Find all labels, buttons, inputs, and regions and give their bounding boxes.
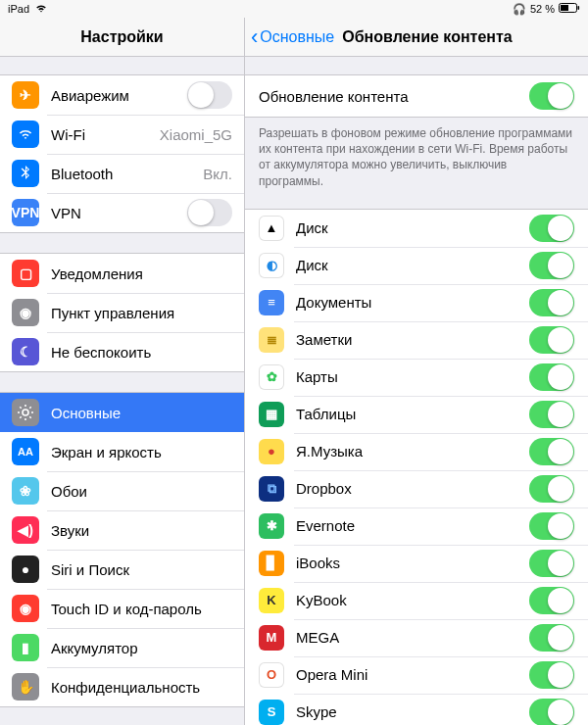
sidebar-item-controlcenter[interactable]: ◉Пункт управления — [0, 293, 244, 332]
sidebar-item-wallpaper[interactable]: ❀Обои — [0, 471, 244, 510]
sidebar-scroll[interactable]: ✈АвиарежимWi-FiXiaomi_5GBluetoothВкл.VPN… — [0, 57, 244, 725]
display-icon: AA — [12, 438, 39, 465]
background-refresh-description: Разрешать в фоновом режиме обновление пр… — [245, 118, 588, 189]
sidebar-item-value: Вкл. — [203, 166, 232, 182]
background-refresh-switch[interactable] — [529, 82, 574, 110]
sidebar-item-notifications[interactable]: ▢Уведомления — [0, 254, 244, 293]
sidebar-item-label: Основные — [51, 405, 232, 421]
app-icon: ▊ — [259, 551, 284, 576]
app-row: OOpera Mini — [245, 656, 588, 694]
sidebar-title: Настройки — [0, 28, 244, 46]
svg-point-3 — [23, 410, 28, 415]
vpn-switch[interactable] — [187, 199, 232, 226]
sidebar-item-battery[interactable]: ▮Аккумулятор — [0, 628, 244, 667]
app-icon: ● — [259, 439, 284, 464]
sidebar-item-label: Звуки — [51, 522, 232, 539]
app-icon: O — [259, 662, 284, 688]
app-row: ≡Документы — [245, 284, 588, 321]
headphone-icon: 🎧 — [513, 3, 526, 16]
app-switch[interactable] — [529, 661, 574, 689]
sidebar-item-label: Siri и Поиск — [51, 561, 232, 578]
app-label: Я.Музыка — [296, 443, 529, 459]
sidebar-item-touchid[interactable]: ◉Touch ID и код-пароль — [0, 589, 244, 628]
app-label: iBooks — [296, 555, 529, 571]
settings-sidebar: Настройки ✈АвиарежимWi-FiXiaomi_5GBlueto… — [0, 18, 245, 725]
app-row: ◐Диск — [245, 247, 588, 284]
app-row: ●Я.Музыка — [245, 433, 588, 470]
app-label: Таблицы — [296, 406, 529, 422]
app-label: Карты — [296, 368, 529, 385]
sidebar-item-wifi[interactable]: Wi-FiXiaomi_5G — [0, 115, 244, 154]
sidebar-item-sounds[interactable]: ◀)Звуки — [0, 510, 244, 550]
app-icon: ≡ — [259, 290, 284, 315]
app-label: Opera Mini — [296, 666, 529, 683]
notifications-icon: ▢ — [12, 260, 39, 287]
battery-percentage: 52 % — [530, 3, 555, 15]
app-icon: ⧉ — [259, 476, 284, 502]
wifi-status-icon — [35, 3, 47, 15]
airplane-switch[interactable] — [187, 81, 232, 109]
app-switch[interactable] — [529, 624, 574, 652]
app-switch[interactable] — [529, 550, 574, 577]
app-row: ✿Карты — [245, 359, 588, 396]
app-row: ▊iBooks — [245, 545, 588, 582]
app-label: Документы — [296, 294, 529, 311]
app-switch[interactable] — [529, 289, 574, 316]
battery-icon — [559, 3, 580, 15]
app-switch[interactable] — [529, 401, 574, 428]
status-bar: iPad 🎧 52 % — [0, 0, 588, 18]
back-button[interactable]: ‹ Основные — [245, 26, 334, 48]
sidebar-item-siri[interactable]: ●Siri и Поиск — [0, 550, 244, 589]
app-label: Диск — [296, 257, 529, 273]
app-switch[interactable] — [529, 326, 574, 354]
background-refresh-label: Обновление контента — [259, 88, 529, 105]
sidebar-item-label: Конфиденциальность — [51, 679, 232, 696]
app-label: KyBook — [296, 592, 529, 608]
sidebar-item-label: Экран и яркость — [51, 444, 232, 460]
sidebar-item-dnd[interactable]: ☾Не беспокоить — [0, 332, 244, 371]
app-label: Диск — [296, 219, 529, 236]
siri-icon: ● — [12, 556, 39, 583]
detail-scroll[interactable]: Обновление контентаРазрешать в фоновом р… — [245, 57, 588, 725]
chevron-left-icon: ‹ — [251, 26, 258, 48]
gear-icon — [12, 399, 39, 426]
app-row: KKyBook — [245, 582, 588, 619]
sidebar-item-privacy[interactable]: ✋Конфиденциальность — [0, 667, 244, 706]
app-row: SSkype — [245, 694, 588, 725]
app-switch[interactable] — [529, 438, 574, 465]
app-label: Заметки — [296, 331, 529, 348]
app-icon: ◐ — [259, 253, 284, 278]
sidebar-item-label: Обои — [51, 483, 232, 500]
app-switch[interactable] — [529, 363, 574, 391]
sidebar-item-vpn[interactable]: VPNVPN — [0, 193, 244, 232]
app-switch[interactable] — [529, 252, 574, 279]
vpn-icon: VPN — [12, 199, 39, 226]
svg-rect-2 — [561, 5, 568, 11]
app-row: ✱Evernote — [245, 508, 588, 545]
app-icon: ▦ — [259, 402, 284, 427]
sidebar-item-airplane[interactable]: ✈Авиарежим — [0, 75, 244, 115]
app-label: MEGA — [296, 629, 529, 646]
sidebar-item-label: Авиарежим — [51, 87, 187, 104]
app-icon: K — [259, 588, 284, 613]
sidebar-item-label: Не беспокоить — [51, 344, 232, 361]
app-switch[interactable] — [529, 215, 574, 242]
sidebar-item-display[interactable]: AAЭкран и яркость — [0, 432, 244, 471]
sidebar-item-label: Wi-Fi — [51, 126, 154, 143]
sidebar-item-label: Touch ID и код-пароль — [51, 601, 232, 617]
app-switch[interactable] — [529, 512, 574, 540]
sidebar-item-bluetooth[interactable]: BluetoothВкл. — [0, 154, 244, 193]
sidebar-item-general[interactable]: Основные — [0, 393, 244, 432]
touchid-icon: ◉ — [12, 595, 39, 622]
app-switch[interactable] — [529, 475, 574, 503]
app-icon: ≣ — [259, 327, 284, 353]
back-label: Основные — [260, 28, 334, 46]
battery-icon: ▮ — [12, 634, 39, 661]
background-refresh-row: Обновление контента — [245, 75, 588, 117]
device-label: iPad — [8, 3, 29, 15]
app-switch[interactable] — [529, 587, 574, 614]
control-center-icon: ◉ — [12, 299, 39, 326]
wifi-icon — [12, 121, 39, 148]
app-switch[interactable] — [529, 699, 574, 725]
sounds-icon: ◀) — [12, 516, 39, 544]
